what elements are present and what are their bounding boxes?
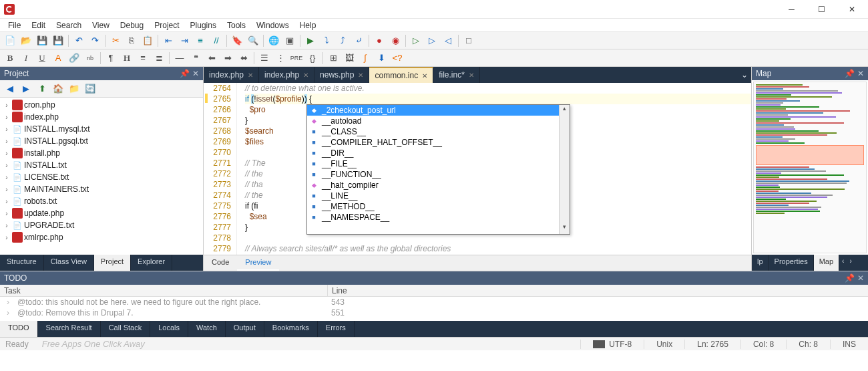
pin-icon[interactable]: 📌 <box>180 69 190 78</box>
browser-icon[interactable]: 🌐 <box>266 33 281 48</box>
tab-errors[interactable]: Errors <box>318 321 355 337</box>
completion-item[interactable]: ■__LINE__ <box>307 191 570 201</box>
italic-icon[interactable]: I <box>19 51 33 66</box>
tab-class-view[interactable]: Class View <box>44 255 94 271</box>
menu-windows[interactable]: Windows <box>251 19 294 31</box>
terminal-icon[interactable]: ▣ <box>282 33 297 48</box>
panel-close-icon[interactable]: ✕ <box>857 273 864 283</box>
redo-icon[interactable]: ↷ <box>87 33 102 48</box>
minimize-button[interactable]: ─ <box>777 0 807 19</box>
close-button[interactable]: ✕ <box>837 0 867 19</box>
completion-popup[interactable]: ◆_2checkout_post_url◆__autoload■__CLASS_… <box>306 104 570 235</box>
left-icon[interactable]: ⬅ <box>204 51 219 66</box>
tab-code[interactable]: Code <box>204 255 237 271</box>
editor-tab[interactable]: news.php✕ <box>314 67 369 83</box>
underline-icon[interactable]: U <box>35 51 49 66</box>
right-icon[interactable]: ➡ <box>220 51 235 66</box>
tabs-scroll-left-icon[interactable]: ‹ <box>839 255 847 271</box>
run-icon[interactable]: ▶ <box>303 33 318 48</box>
breakpoints-icon[interactable]: ◉ <box>388 33 403 48</box>
breakpoint-icon[interactable]: ● <box>372 33 387 48</box>
tabs-scroll-right-icon[interactable]: › <box>847 255 854 271</box>
center-icon[interactable]: ⬌ <box>236 51 251 66</box>
bold-icon[interactable]: B <box>3 51 17 66</box>
tree-item[interactable]: › update.php <box>0 207 203 219</box>
comment-icon[interactable]: // <box>209 33 224 48</box>
tree-item[interactable]: › 📄 LICENSE.txt <box>0 171 203 183</box>
tree-item[interactable]: › 📄 INSTALL.txt <box>0 159 203 171</box>
play-icon[interactable]: ▷ <box>409 33 423 48</box>
undo-icon[interactable]: ↶ <box>71 33 86 48</box>
completion-item[interactable]: ◆__autoload <box>307 116 570 126</box>
scroll-up-icon[interactable]: ▴ <box>560 105 570 116</box>
indent-right-icon[interactable]: ⇥ <box>177 33 192 48</box>
step-over-icon[interactable]: ⤴ <box>335 33 350 48</box>
project-tree[interactable]: › cron.php› index.php› 📄 INSTALL.mysql.t… <box>0 98 203 255</box>
tree-item[interactable]: › index.php <box>0 111 203 123</box>
php-tag-icon[interactable]: <? <box>390 51 405 66</box>
folder-icon[interactable]: 📁 <box>67 82 81 96</box>
tab-call-stack[interactable]: Call Stack <box>101 321 151 337</box>
editor-tab-active[interactable]: common.inc✕ <box>369 67 433 83</box>
tab-search-result[interactable]: Search Result <box>38 321 101 337</box>
tab-structure[interactable]: Structure <box>0 255 44 271</box>
maximize-button[interactable]: ☐ <box>807 0 837 19</box>
todo-row[interactable]: @todo: Remove this in Drupal 7.551 <box>0 307 868 318</box>
completion-item[interactable]: ■__FILE__ <box>307 158 570 169</box>
tab-watch[interactable]: Watch <box>188 321 226 337</box>
close-icon[interactable]: ✕ <box>469 72 474 79</box>
scroll-down-icon[interactable]: ▾ <box>560 223 570 234</box>
tab-bookmarks[interactable]: Bookmarks <box>264 321 318 337</box>
link-icon[interactable]: 🔗 <box>67 51 81 66</box>
panel-close-icon[interactable]: ✕ <box>857 69 864 78</box>
menu-plugins[interactable]: Plugins <box>185 19 222 31</box>
pre-icon[interactable]: PRE <box>289 51 304 66</box>
align-left-icon[interactable]: ≡ <box>136 51 150 66</box>
editor-tab[interactable]: file.inc*✕ <box>433 67 480 83</box>
indent-left-icon[interactable]: ⇤ <box>161 33 176 48</box>
tree-item[interactable]: › install.php <box>0 147 203 159</box>
image-icon[interactable]: 🖼 <box>342 51 357 66</box>
tree-item[interactable]: › 📄 UPGRADE.txt <box>0 219 203 231</box>
list-ol-icon[interactable]: ⋮ <box>273 51 288 66</box>
back-icon[interactable]: ◀ <box>3 82 17 96</box>
save-all-icon[interactable]: 💾 <box>51 33 65 48</box>
nbsp-icon[interactable]: nb <box>83 51 97 66</box>
completion-item[interactable]: ■__METHOD__ <box>307 201 570 212</box>
home-icon[interactable]: 🏠 <box>51 82 65 96</box>
tab-project[interactable]: Project <box>94 255 131 271</box>
bookmark-icon[interactable]: 🔖 <box>230 33 244 48</box>
forward-icon[interactable]: ▶ <box>19 82 33 96</box>
open-file-icon[interactable]: 📂 <box>19 33 33 48</box>
align-center-icon[interactable]: ≣ <box>152 51 166 66</box>
completion-item[interactable]: ■__NAMESPACE__ <box>307 212 570 223</box>
tab-todo[interactable]: TODO <box>0 321 38 337</box>
list-ul-icon[interactable]: ☰ <box>257 51 272 66</box>
tab-map[interactable]: Map <box>814 255 839 271</box>
table-icon[interactable]: ⊞ <box>326 51 341 66</box>
completion-item[interactable]: ■__CLASS__ <box>307 126 570 137</box>
menu-help[interactable]: Help <box>294 19 322 31</box>
font-icon[interactable]: A <box>51 51 65 66</box>
paragraph-icon[interactable]: ¶ <box>103 51 118 66</box>
tab-properties[interactable]: Properties <box>769 255 814 271</box>
close-icon[interactable]: ✕ <box>422 72 427 80</box>
tab-help[interactable]: lp <box>752 255 769 271</box>
pin-icon[interactable]: 📌 <box>845 69 855 78</box>
menu-edit[interactable]: Edit <box>26 19 51 31</box>
menu-view[interactable]: View <box>87 19 115 31</box>
css-icon[interactable]: ⬇ <box>374 51 389 66</box>
todo-list[interactable]: @todo: this should not be here. we need … <box>0 297 868 321</box>
code-icon[interactable]: {} <box>305 51 320 66</box>
script-icon[interactable]: ∫ <box>358 51 373 66</box>
menu-search[interactable]: Search <box>51 19 87 31</box>
heading-icon[interactable]: H <box>120 51 134 66</box>
hr-icon[interactable]: — <box>172 51 187 66</box>
cut-icon[interactable]: ✂ <box>108 33 123 48</box>
paste-icon[interactable]: 📋 <box>140 33 155 48</box>
tree-item[interactable]: › 📄 INSTALL.mysql.txt <box>0 123 203 135</box>
completion-item[interactable]: ■__FUNCTION__ <box>307 169 570 180</box>
tab-output[interactable]: Output <box>226 321 264 337</box>
completion-item[interactable]: ■__DIR__ <box>307 148 570 158</box>
completion-item[interactable]: ◆_2checkout_post_url <box>307 105 570 116</box>
